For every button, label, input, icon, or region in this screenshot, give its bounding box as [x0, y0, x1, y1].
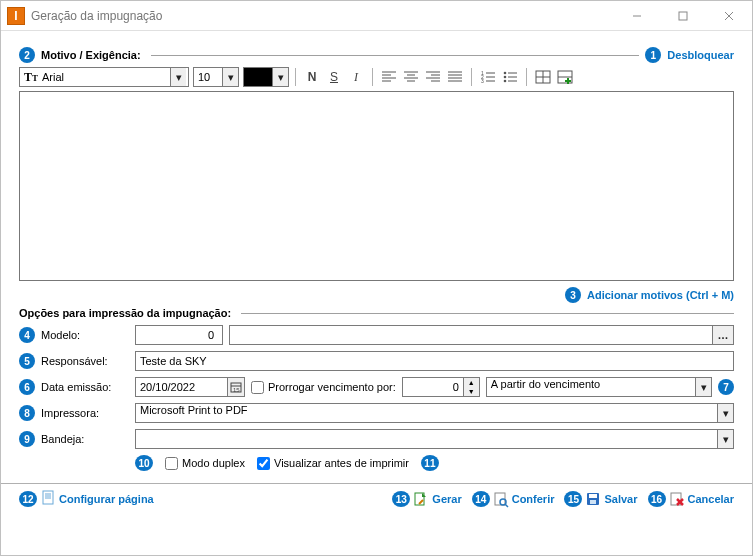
hint-12: 12 — [19, 491, 37, 507]
window-title: Geração da impugnação — [31, 9, 614, 23]
bandeja-label: Bandeja: — [41, 433, 84, 445]
add-row-button[interactable] — [555, 67, 575, 87]
insert-table-button[interactable] — [533, 67, 553, 87]
hint-8: 8 — [19, 405, 35, 421]
salvar-icon — [585, 491, 601, 507]
duplex-label: Modo duplex — [182, 457, 245, 469]
svg-text:15: 15 — [233, 387, 240, 393]
visualizar-checkbox[interactable]: Visualizar antes de imprimir — [257, 457, 409, 470]
rtf-toolbar: TT Arial ▾ 10 ▾ ▾ N S I — [19, 67, 734, 87]
align-center-button[interactable] — [401, 67, 421, 87]
svg-point-26 — [504, 72, 507, 75]
hint-13: 13 — [392, 491, 410, 507]
svg-line-49 — [505, 504, 508, 507]
data-emissao-label: Data emissão: — [41, 381, 111, 393]
prorrogar-days-value: 0 — [403, 381, 463, 393]
maximize-button[interactable] — [660, 1, 706, 31]
visualizar-label: Visualizar antes de imprimir — [274, 457, 409, 469]
chevron-down-icon[interactable]: ▾ — [170, 68, 186, 86]
underline-button[interactable]: S — [324, 67, 344, 87]
bold-button[interactable]: N — [302, 67, 322, 87]
cancelar-button[interactable]: Cancelar — [688, 493, 734, 505]
hint-5: 5 — [19, 353, 35, 369]
section-impressao-label: Opções para impressão da impugnação: — [19, 307, 231, 319]
chevron-down-icon[interactable]: ▾ — [222, 68, 238, 86]
modelo-code-value — [136, 329, 218, 341]
hint-11: 11 — [421, 455, 439, 471]
gerar-button[interactable]: Gerar — [432, 493, 461, 505]
motivo-textarea[interactable] — [19, 91, 734, 281]
hint-6: 6 — [19, 379, 35, 395]
app-icon: I — [7, 7, 25, 25]
conferir-button[interactable]: Conferir — [512, 493, 555, 505]
font-size-combo[interactable]: 10 ▾ — [193, 67, 239, 87]
conferir-icon — [493, 491, 509, 507]
prorrogar-days-input[interactable]: 0 ▲▼ — [402, 377, 480, 397]
configurar-pagina-link[interactable]: Configurar página — [59, 493, 154, 505]
svg-text:3: 3 — [481, 78, 484, 84]
hint-2: 2 — [19, 47, 35, 63]
section-motivo-label: Motivo / Exigência: — [41, 49, 141, 61]
calendar-icon[interactable]: 15 — [227, 378, 244, 396]
chevron-down-icon[interactable]: ▾ — [272, 68, 288, 86]
hint-16: 16 — [648, 491, 666, 507]
modelo-desc-value — [230, 329, 712, 341]
impressora-combo[interactable]: Microsoft Print to PDF ▾ — [135, 403, 734, 423]
hint-1: 1 — [645, 47, 661, 63]
hint-4: 4 — [19, 327, 35, 343]
bandeja-combo[interactable]: ▾ — [135, 429, 734, 449]
duplex-checkbox[interactable]: Modo duplex — [165, 457, 245, 470]
unlock-link[interactable]: Desbloquear — [667, 49, 734, 61]
svg-rect-52 — [590, 500, 596, 504]
minimize-button[interactable] — [614, 1, 660, 31]
page-setup-icon — [41, 490, 55, 508]
color-swatch — [244, 68, 272, 86]
add-motivos-link[interactable]: Adicionar motivos (Ctrl + M) — [587, 289, 734, 301]
close-button[interactable] — [706, 1, 752, 31]
hint-7: 7 — [718, 379, 734, 395]
hint-14: 14 — [472, 491, 490, 507]
chevron-down-icon[interactable]: ▾ — [717, 430, 733, 448]
modelo-lookup-button[interactable]: … — [712, 326, 733, 344]
modelo-code-input[interactable] — [135, 325, 223, 345]
spinner-icon[interactable]: ▲▼ — [463, 378, 479, 396]
impressora-label: Impressora: — [41, 407, 99, 419]
font-icon: TT — [24, 70, 38, 85]
font-size-value: 10 — [194, 71, 222, 83]
responsavel-input[interactable] — [135, 351, 734, 371]
cancelar-icon — [669, 491, 685, 507]
font-family-value: Arial — [42, 71, 170, 83]
responsavel-value — [136, 355, 733, 367]
prorrogar-origin-value: A partir do vencimento — [487, 378, 695, 396]
prorrogar-label: Prorrogar vencimento por: — [268, 381, 396, 393]
salvar-button[interactable]: Salvar — [604, 493, 637, 505]
bulleted-list-button[interactable] — [500, 67, 520, 87]
modelo-desc-input[interactable]: … — [229, 325, 734, 345]
italic-button[interactable]: I — [346, 67, 366, 87]
svg-rect-1 — [679, 12, 687, 20]
modelo-label: Modelo: — [41, 329, 80, 341]
align-left-button[interactable] — [379, 67, 399, 87]
impressora-value: Microsoft Print to PDF — [136, 404, 717, 422]
responsavel-label: Responsável: — [41, 355, 108, 367]
align-right-button[interactable] — [423, 67, 443, 87]
prorrogar-checkbox[interactable]: Prorrogar vencimento por: — [251, 381, 396, 394]
numbered-list-button[interactable]: 1 2 3 — [478, 67, 498, 87]
chevron-down-icon[interactable]: ▾ — [717, 404, 733, 422]
hint-9: 9 — [19, 431, 35, 447]
data-emissao-value — [136, 381, 227, 393]
bandeja-value — [136, 430, 717, 448]
title-bar: I Geração da impugnação — [1, 1, 752, 31]
svg-point-28 — [504, 76, 507, 79]
hint-10: 10 — [135, 455, 153, 471]
align-justify-button[interactable] — [445, 67, 465, 87]
font-family-combo[interactable]: TT Arial ▾ — [19, 67, 189, 87]
font-color-combo[interactable]: ▾ — [243, 67, 289, 87]
gerar-icon — [413, 491, 429, 507]
svg-point-30 — [504, 80, 507, 83]
hint-15: 15 — [564, 491, 582, 507]
svg-rect-51 — [589, 494, 597, 498]
prorrogar-origin-combo[interactable]: A partir do vencimento ▾ — [486, 377, 712, 397]
data-emissao-input[interactable]: 15 — [135, 377, 245, 397]
chevron-down-icon[interactable]: ▾ — [695, 378, 711, 396]
